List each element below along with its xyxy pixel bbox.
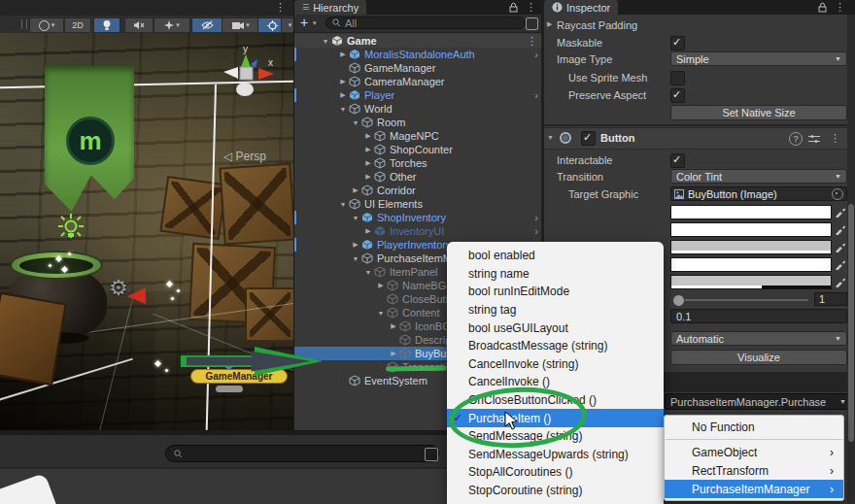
foldout-icon[interactable]: ▶	[362, 159, 374, 167]
create-dropdown-icon[interactable]: ▾	[313, 19, 317, 27]
presets-icon[interactable]	[808, 135, 820, 143]
interactable-checkbox[interactable]	[670, 153, 685, 168]
hierarchy-search-input[interactable]: All	[325, 17, 526, 29]
hierarchy-row-ui-elements[interactable]: ▼UI Elements	[294, 197, 542, 211]
foldout-icon[interactable]: ▶	[362, 173, 374, 181]
button-component-header[interactable]: ▼ Button ? ⋮	[544, 127, 855, 150]
hierarchy-tab[interactable]: ☰ Hierarchy	[294, 0, 366, 15]
create-object-button[interactable]: +	[300, 15, 308, 30]
foldout-icon[interactable]: ▼	[547, 134, 554, 141]
highlighted-color-swatch[interactable]	[670, 222, 832, 237]
foldout-icon[interactable]: ▼	[337, 106, 349, 113]
perspective-label[interactable]: ◁ Persp	[223, 150, 266, 163]
transition-select[interactable]: Color Tint▼	[670, 169, 847, 184]
foldout-icon[interactable]: ▶	[337, 91, 349, 99]
selected-color-swatch[interactable]	[670, 257, 832, 272]
use-sprite-mesh-checkbox[interactable]	[670, 71, 685, 85]
prefab-chevron-icon[interactable]: ›	[534, 212, 538, 223]
foldout-icon[interactable]: ▼	[320, 38, 331, 45]
hierarchy-row-magenpc[interactable]: ▶MageNPC	[294, 129, 542, 143]
hierarchy-row-game[interactable]: ▼Game⋮	[294, 34, 542, 48]
hierarchy-row-inventoryui[interactable]: ▶InventoryUI›	[294, 224, 542, 238]
normal-color-swatch[interactable]	[670, 205, 832, 219]
foldout-icon[interactable]: ▼	[337, 201, 349, 208]
hierarchy-row-room[interactable]: ▼Room	[294, 116, 542, 129]
foldout-icon[interactable]: ▼	[350, 119, 361, 126]
search-filter-icon[interactable]	[526, 17, 538, 30]
target-menu-item-no-function[interactable]: No Function	[665, 418, 843, 436]
hierarchy-row-cameramanager[interactable]: ▶CameraManager	[294, 75, 542, 88]
effects-button[interactable]: ▾	[154, 17, 190, 33]
color-multiplier-value[interactable]: 1	[814, 292, 847, 306]
set-native-size-button[interactable]: Set Native Size	[670, 105, 847, 120]
hierarchy-row-moralisstandaloneauth[interactable]: ▶MoralisStandaloneAuth›	[294, 48, 542, 61]
lock-icon[interactable]	[509, 2, 518, 13]
component-kebab-icon[interactable]: ⋮	[830, 132, 840, 145]
button-enabled-checkbox[interactable]	[581, 131, 596, 146]
target-graphic-object-field[interactable]: BuyButton (Image)	[670, 186, 847, 201]
foldout-icon[interactable]: ▶	[362, 132, 374, 140]
pressed-color-swatch[interactable]	[670, 240, 832, 254]
preserve-aspect-checkbox[interactable]	[670, 88, 685, 103]
context-menu-item-broadcastmessage-string-[interactable]: BroadcastMessage (string)	[447, 337, 664, 355]
2d-toggle-button[interactable]: 2D	[64, 17, 91, 33]
eyedropper-icon[interactable]	[835, 223, 846, 235]
prefab-chevron-icon[interactable]: ›	[534, 89, 538, 101]
foldout-icon[interactable]: ▶	[362, 227, 374, 235]
foldout-icon[interactable]: ▶	[337, 78, 349, 85]
context-menu-item-bool-useguilayout[interactable]: bool useGUILayout	[447, 319, 664, 337]
camera-view-button[interactable]: ▾	[222, 17, 260, 33]
slider-knob[interactable]	[672, 294, 685, 307]
scene-row-kebab-icon[interactable]: ⋮	[527, 35, 537, 48]
hierarchy-row-world[interactable]: ▼World	[294, 102, 542, 116]
disabled-color-swatch[interactable]	[670, 275, 832, 289]
hierarchy-row-shopcounter[interactable]: ▶ShopCounter	[294, 143, 542, 156]
context-menu-item-string-name[interactable]: string name	[447, 265, 664, 284]
audio-toggle-button[interactable]	[124, 17, 154, 33]
context-menu-item-stopcoroutine-string-[interactable]: StopCoroutine (string)	[447, 482, 664, 500]
context-menu-item-string-tag[interactable]: string tag	[447, 301, 664, 319]
eyedropper-icon[interactable]	[835, 258, 846, 270]
hierarchy-row-torches[interactable]: ▶Torches	[294, 156, 542, 170]
foldout-icon[interactable]: ▼	[375, 310, 387, 317]
context-menu-item-bool-enabled[interactable]: bool enabled	[447, 247, 664, 265]
object-picker-icon[interactable]	[832, 188, 843, 200]
visualize-button[interactable]: Visualize	[670, 350, 847, 365]
context-menu-item-cancelinvoke-[interactable]: CancelInvoke ()	[447, 373, 664, 391]
context-menu-item-sendmessageupwards-string-[interactable]: SendMessageUpwards (string)	[447, 446, 664, 464]
foldout-icon[interactable]: ▼	[362, 269, 374, 276]
foldout-icon[interactable]: ▼	[350, 215, 361, 221]
context-menu-item-bool-runineditmode[interactable]: bool runInEditMode	[447, 283, 664, 301]
scene-kebab-icon[interactable]: ⋮	[275, 1, 286, 14]
foldout-icon[interactable]: ▶	[375, 282, 387, 289]
color-multiplier-slider[interactable]	[672, 299, 808, 301]
project-search-input[interactable]	[165, 445, 439, 462]
inspector-scrollbar[interactable]	[847, 15, 855, 504]
foldout-icon[interactable]: ▼	[350, 255, 361, 262]
help-icon[interactable]: ?	[789, 132, 803, 146]
eyedropper-icon[interactable]	[835, 241, 846, 252]
foldout-icon[interactable]: ▶	[337, 50, 349, 58]
lighting-toggle-button[interactable]	[93, 17, 120, 33]
eyedropper-icon[interactable]	[835, 206, 846, 218]
target-menu-item-recttransform[interactable]: RectTransform›	[665, 461, 843, 480]
on-click-function-dropdown[interactable]: PurchaseItemManager.Purchase▼	[665, 393, 852, 410]
search-filter-icon[interactable]	[425, 448, 438, 461]
foldout-icon[interactable]: ▶	[350, 241, 361, 249]
context-menu-item-cancelinvoke-string-[interactable]: CancelInvoke (string)	[447, 355, 664, 374]
prefab-chevron-icon[interactable]: ›	[534, 49, 538, 60]
hierarchy-row-other[interactable]: ▶Other	[294, 170, 542, 184]
maskable-checkbox[interactable]	[670, 36, 685, 50]
image-type-select[interactable]: Simple▼	[670, 51, 847, 66]
hidden-objects-toggle-button[interactable]	[191, 17, 222, 33]
prefab-chevron-icon[interactable]: ›	[534, 225, 538, 237]
scrollbar-thumb[interactable]	[848, 204, 854, 442]
foldout-icon[interactable]: ▶	[350, 186, 361, 194]
hierarchy-row-shopinventory[interactable]: ▼ShopInventory›	[294, 211, 542, 224]
hierarchy-row-gamemanager[interactable]: GameManager	[294, 61, 542, 75]
target-menu-item-gameobject[interactable]: GameObject›	[665, 443, 843, 461]
orientation-gizmo[interactable]: y x	[216, 43, 276, 103]
light-gizmo-icon[interactable]	[54, 212, 87, 245]
eyedropper-icon[interactable]	[835, 276, 846, 287]
scene-3d-viewport[interactable]: m	[0, 33, 293, 430]
